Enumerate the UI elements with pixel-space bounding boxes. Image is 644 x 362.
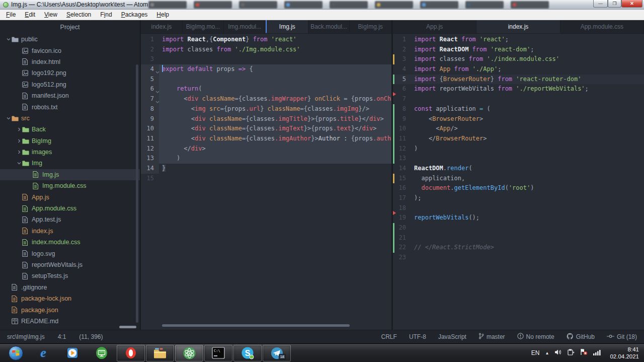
tab-img-modul-[interactable]: Img.modul...	[224, 20, 266, 33]
code-line[interactable]: 13 )	[141, 154, 391, 164]
taskbar-start-button[interactable]	[3, 345, 28, 361]
taskbar-atom-icon[interactable]	[175, 345, 203, 361]
status-line-ending[interactable]: CRLF	[381, 333, 397, 340]
status-file-path[interactable]: src\Img\Img.js	[7, 333, 45, 340]
code-line[interactable]: 2import ReactDOM from 'react-dom';	[393, 45, 644, 55]
status-selection-count[interactable]: (11, 396)	[79, 333, 103, 340]
code-line[interactable]: 6 return(	[141, 84, 391, 94]
taskbar-remote-desktop-icon[interactable]	[88, 345, 116, 361]
menu-item-selection[interactable]: Selection	[62, 10, 96, 19]
code-line[interactable]: 8const application = (	[393, 104, 644, 114]
code-line[interactable]: 11 </BrowserRouter>	[393, 134, 644, 144]
tree-vertical-scrollbar[interactable]	[136, 64, 138, 323]
code-line[interactable]: 3import classes from './index.module.css…	[393, 54, 644, 64]
code-line[interactable]: 12)	[393, 144, 644, 154]
tab-bigimg-mo-[interactable]: BigImg.mo...	[183, 20, 224, 33]
menu-item-packages[interactable]: Packages	[117, 10, 152, 19]
tree-item-img-js[interactable]: Img.js	[0, 169, 140, 180]
code-line[interactable]: 18	[393, 203, 644, 213]
tree-item-favicon-ico[interactable]: favicon.ico	[0, 45, 140, 56]
code-line[interactable]: 7 <div className={classes.imgWrapper} on…	[141, 94, 391, 104]
safely-remove-hardware-icon[interactable]	[568, 348, 575, 357]
status-encoding[interactable]: UTF-8	[409, 333, 426, 340]
status-github[interactable]: GitHub	[567, 333, 595, 341]
code-line[interactable]: 7	[393, 94, 644, 104]
tree-item-setuptests-js[interactable]: setupTests.js	[0, 270, 140, 281]
editor-right[interactable]: 1import React from 'react';2import React…	[393, 34, 644, 330]
taskbar-opera-icon[interactable]	[117, 345, 145, 361]
code-line[interactable]: 23	[393, 253, 644, 263]
status-git-branch[interactable]: master	[478, 333, 505, 341]
code-line[interactable]: 19reportWebVitals();	[393, 213, 644, 223]
tree-item--gitignore[interactable]: .gitignore	[0, 282, 140, 293]
code-line[interactable]: 11 <div className={classes.imgAuthor}>Au…	[141, 134, 391, 144]
action-center-icon[interactable]	[580, 348, 588, 357]
code-line[interactable]: 17);	[393, 193, 644, 203]
tab-index-js[interactable]: index.js	[476, 20, 560, 33]
tab-index-js[interactable]: index.js	[141, 20, 183, 33]
window-titlebar[interactable]: Img.js — C:\Users\Asus\Desktop\work\test…	[0, 0, 644, 10]
tree-item-back[interactable]: Back	[0, 124, 140, 135]
status-no-remote[interactable]: No remote	[517, 333, 554, 341]
code-line[interactable]: 15	[141, 174, 391, 184]
code-line[interactable]: 3	[141, 54, 391, 64]
code-line[interactable]: 2import classes from './Img.module.css'	[141, 45, 391, 55]
taskbar-internet-explorer-icon[interactable]: e	[29, 345, 57, 361]
tree-item-bigimg[interactable]: BigImg	[0, 135, 140, 147]
tree-item-package-lock-json[interactable]: package-lock.json	[0, 293, 140, 304]
tree-item-logo-svg[interactable]: logo.svg	[0, 248, 140, 259]
volume-icon[interactable]	[554, 348, 562, 357]
code-line[interactable]: 10 <App/>	[393, 124, 644, 134]
taskbar-clock[interactable]: 8:41 02.04.2021	[607, 346, 639, 360]
tree-item-img-module-css[interactable]: Img.module.css	[0, 180, 140, 191]
minimize-button[interactable]: —	[593, 0, 608, 8]
code-line[interactable]: 13	[393, 154, 644, 164]
taskbar-explorer-icon[interactable]	[146, 345, 174, 361]
code-line[interactable]: 4import App from './App';	[393, 64, 644, 75]
tree-item-app-test-js[interactable]: App.test.js	[0, 214, 140, 225]
tree-item-readme-md[interactable]: README.md	[0, 316, 140, 327]
tree-item-index-module-css[interactable]: index.module.css	[0, 237, 140, 248]
tree-item-manifest-json[interactable]: manifest.json	[0, 90, 140, 101]
tab-img-js[interactable]: Img.js	[266, 20, 308, 33]
taskbar-cmd-icon[interactable]: C:\	[204, 345, 232, 361]
tree-item-logo192-png[interactable]: logo192.png	[0, 67, 140, 79]
tab-app-js[interactable]: App.js	[393, 20, 476, 33]
tree-item-reportwebvitals-js[interactable]: reportWebVitals.js	[0, 259, 140, 270]
code-line[interactable]: 16 document.getElementById('root')	[393, 183, 644, 193]
tab-bigimg-js[interactable]: BigImg.js	[350, 20, 391, 33]
tree-item-package-json[interactable]: package.json	[0, 304, 140, 315]
menu-item-file[interactable]: File	[2, 10, 20, 19]
code-line[interactable]: 12 </div>	[141, 144, 391, 154]
taskbar-telegram-icon[interactable]: 18	[263, 345, 291, 361]
code-line[interactable]: 8 <img src={props.url} className={classe…	[141, 104, 391, 114]
network-signal-icon[interactable]	[593, 348, 601, 357]
code-line[interactable]: 9 <div className={classes.imgTitle}>{pro…	[141, 114, 391, 124]
tree-item-index-html[interactable]: index.html	[0, 56, 140, 67]
code-line[interactable]: 10 <div className={classes.imgText}>{pro…	[141, 124, 391, 134]
status-git-changes[interactable]: Git (18)	[607, 333, 637, 340]
tab-back-modul-[interactable]: Back.modul...	[308, 20, 350, 33]
tree-item-logo512-png[interactable]: logo512.png	[0, 79, 140, 90]
status-grammar[interactable]: JavaScript	[438, 333, 466, 340]
editor-left-horizontal-scrollbar[interactable]	[162, 324, 350, 327]
taskbar-media-player-icon[interactable]	[58, 345, 87, 361]
code-line[interactable]: 1import React,{Component} from 'react'	[141, 35, 391, 45]
status-cursor-position[interactable]: 4:1	[58, 333, 66, 340]
code-line[interactable]: 5	[141, 75, 391, 85]
code-line[interactable]: 9 <BrowserRouter>	[393, 114, 644, 124]
menu-item-view[interactable]: View	[40, 10, 62, 19]
close-button[interactable]: ✕	[621, 0, 642, 8]
tree-item-src[interactable]: src	[0, 113, 140, 124]
editor-left[interactable]: 1import React,{Component} from 'react'2i…	[141, 34, 391, 330]
maximize-button[interactable]: ❐	[608, 0, 621, 8]
tree-item-index-js[interactable]: index.js	[0, 226, 140, 237]
language-indicator[interactable]: EN	[531, 349, 540, 356]
code-line[interactable]: 5import {BrowserRouter} from 'react-rout…	[393, 75, 644, 85]
code-line[interactable]: 22// </React.StrictMode>	[393, 243, 644, 253]
menu-item-edit[interactable]: Edit	[20, 10, 40, 19]
tree-item-app-module-css[interactable]: App.module.css	[0, 203, 140, 214]
tree-item-public[interactable]: public	[0, 34, 140, 45]
code-line[interactable]: 6import reportWebVitals from './reportWe…	[393, 84, 644, 94]
code-line[interactable]: 1import React from 'react';	[393, 35, 644, 45]
